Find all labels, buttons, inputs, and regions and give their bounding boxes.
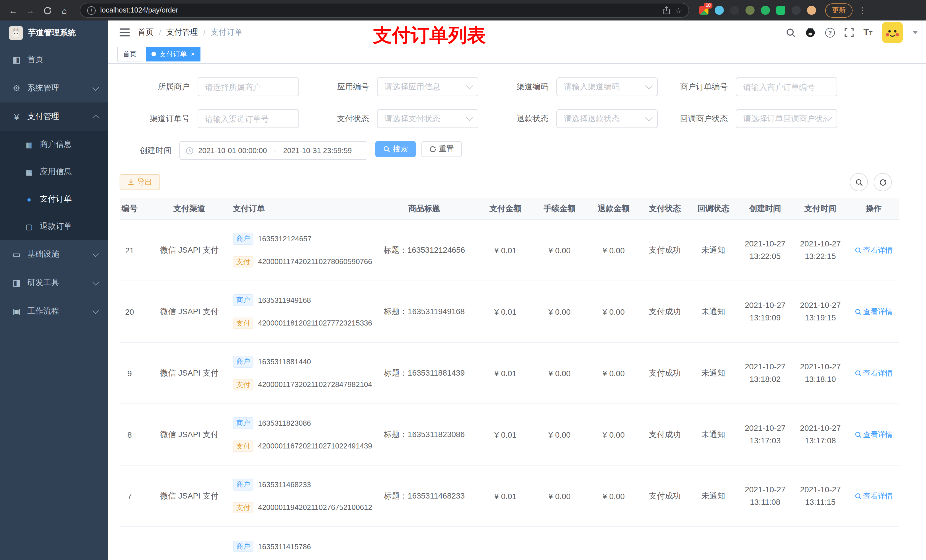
forward-icon[interactable]: → (23, 3, 38, 18)
cell-fee: ¥ 0.00 (533, 246, 587, 255)
sidebar-item-label: 退款订单 (40, 221, 72, 232)
view-detail-link[interactable]: 查看详情 (855, 368, 893, 378)
toggle-search-button[interactable] (850, 173, 868, 191)
view-detail-link[interactable]: 查看详情 (855, 491, 893, 501)
tab-pay-order[interactable]: 支付订单 × (146, 46, 200, 61)
user-menu-caret-icon[interactable] (912, 31, 918, 34)
field-label: 商户订单编号 (658, 82, 736, 92)
cell-create-time: 2021-10-2713:22:05 (737, 238, 793, 263)
breadcrumb-current: 支付订单 (211, 27, 243, 38)
cell-pay-time: 2021-10-2713:22:15 (793, 238, 848, 263)
select-placeholder: 请输入渠道编码 (564, 82, 646, 92)
cell-channel: 微信 JSAPI 支付 (154, 245, 225, 255)
sidebar-item-merchant-info[interactable]: ▥ 商户信息 (0, 131, 108, 158)
cell-refund: ¥ 0.00 (587, 430, 641, 439)
extension-icon[interactable] (730, 6, 739, 15)
merchant-input[interactable] (198, 77, 299, 96)
address-bar[interactable]: i localhost:1024/pay/order ☆ (80, 3, 689, 18)
filter-channel-order-no: 渠道订单号 (120, 109, 299, 128)
help-question-icon[interactable]: ? (825, 27, 835, 37)
sidebar-item-refund-order[interactable]: ▢ 退款订单 (0, 213, 108, 240)
cell-notify: 未通知 (689, 368, 737, 378)
home-icon[interactable]: ⌂ (57, 3, 72, 18)
profile-avatar-icon[interactable] (807, 6, 816, 15)
refresh-table-button[interactable] (874, 173, 892, 191)
back-icon[interactable]: ← (6, 3, 21, 18)
view-detail-link[interactable]: 查看详情 (855, 306, 893, 317)
refund-status-select[interactable]: 请选择退款状态 (557, 109, 658, 128)
merchant-tag: 商户 (233, 356, 253, 367)
breadcrumb-pay-manage[interactable]: 支付管理 (166, 27, 198, 38)
pay-order-no: 4200001194202110276752100612 (258, 503, 372, 512)
search-icon (855, 308, 861, 315)
sidebar-item-infra[interactable]: ▭ 基础设施 (0, 240, 108, 269)
col-channel: 支付渠道 (154, 204, 225, 214)
cell-id: 20 (120, 307, 154, 316)
cell-title: 标题：1635312124656 (370, 245, 478, 255)
sidebar-item-workflow[interactable]: ▣ 工作流程 (0, 297, 108, 326)
export-button[interactable]: 导出 (120, 174, 160, 190)
cell-refund: ¥ 0.00 (587, 491, 641, 501)
filter-row-2: 渠道订单号 支付状态 请选择支付状态 退款状态 请选择退款状态 回调商户状态 (120, 109, 915, 128)
cell-title: 标题：1635311468233 (370, 491, 478, 501)
merchant-order-no-input[interactable] (736, 77, 837, 96)
channel-order-no-input[interactable] (198, 109, 299, 128)
sidebar-item-home[interactable]: ◧ 首页 (0, 45, 108, 74)
close-icon[interactable]: × (191, 50, 195, 57)
field-label: 所属商户 (120, 82, 198, 92)
sidebar-item-app-info[interactable]: ▦ 应用信息 (0, 158, 108, 186)
search-icon[interactable] (786, 27, 796, 37)
breadcrumb-home[interactable]: 首页 (138, 27, 154, 38)
cell-order: 商户1635311949168 支付4200001181202110277723… (225, 294, 370, 329)
tab-home[interactable]: 首页 (117, 46, 142, 61)
pay-status-select[interactable]: 请选择支付状态 (377, 109, 478, 128)
cell-notify: 未通知 (689, 306, 737, 317)
chrome-update-button[interactable]: 更新 (825, 3, 853, 17)
url-text[interactable]: localhost:1024/pay/order (100, 6, 659, 14)
share-icon[interactable] (663, 6, 670, 14)
refund-doc-icon: ▢ (24, 222, 34, 231)
notify-status-select[interactable]: 请选择订单回调商户状态 (736, 109, 837, 128)
sidebar: 芋道管理系统 ◧ 首页 ⚙ 系统管理 ¥ 支付管理 ▥ 商户信息 (0, 21, 108, 560)
fullscreen-icon[interactable] (844, 28, 854, 37)
cell-create-time: 2021-10-2713:19:09 (737, 299, 793, 324)
cell-refund: ¥ 0.00 (587, 368, 641, 377)
reload-icon[interactable] (40, 3, 54, 18)
search-button[interactable]: 搜索 (375, 141, 416, 157)
collapse-sidebar-icon[interactable] (120, 29, 130, 36)
view-detail-link[interactable]: 查看详情 (855, 245, 893, 255)
cell-action: 查看详情 (848, 491, 899, 501)
chrome-menu-icon[interactable]: ⋮ (858, 6, 867, 15)
app-no-select[interactable]: 请选择应用信息 (377, 77, 478, 96)
extension-icon[interactable] (746, 6, 755, 15)
tab-label: 支付订单 (159, 47, 187, 60)
refresh-icon (430, 146, 436, 152)
sidebar-item-system[interactable]: ⚙ 系统管理 (0, 74, 108, 103)
extension-icon[interactable] (761, 6, 770, 15)
extension-icon[interactable]: 10 (699, 6, 708, 15)
site-info-icon[interactable]: i (87, 6, 96, 15)
sidebar-item-label: 商户信息 (40, 139, 72, 150)
extension-icon[interactable] (776, 6, 785, 15)
top-navbar: 首页 / 支付管理 / 支付订单 ? TT (108, 21, 926, 44)
create-time-range-picker[interactable]: 2021-10-01 00:00:00 - 2021-10-31 23:59:5… (179, 141, 367, 160)
reset-button[interactable]: 重置 (421, 141, 462, 157)
pin-extension-icon[interactable] (791, 6, 801, 15)
bookmark-star-icon[interactable]: ☆ (675, 6, 682, 15)
cell-action: 查看详情 (848, 429, 899, 440)
cell-amount: ¥ 0.01 (478, 246, 533, 255)
sidebar-item-devtools[interactable]: ◨ 研发工具 (0, 269, 108, 297)
view-detail-link[interactable]: 查看详情 (855, 429, 893, 440)
sidebar-item-pay-order[interactable]: ● 支付订单 (0, 186, 108, 213)
sidebar-item-payment[interactable]: ¥ 支付管理 (0, 103, 108, 131)
user-avatar[interactable] (882, 22, 903, 43)
extension-icon[interactable] (715, 6, 724, 15)
table-header: 编号 支付渠道 支付订单 商品标题 支付金额 手续金额 退款金额 支付状态 回调… (120, 198, 899, 220)
font-size-icon[interactable]: TT (863, 27, 873, 38)
github-icon[interactable] (805, 27, 816, 38)
col-title: 商品标题 (370, 204, 478, 214)
range-start-value: 2021-10-01 00:00:00 (198, 146, 267, 155)
cell-notify: 未通知 (689, 429, 737, 440)
col-refund: 退款金额 (587, 204, 641, 214)
channel-code-select[interactable]: 请输入渠道编码 (557, 77, 658, 96)
